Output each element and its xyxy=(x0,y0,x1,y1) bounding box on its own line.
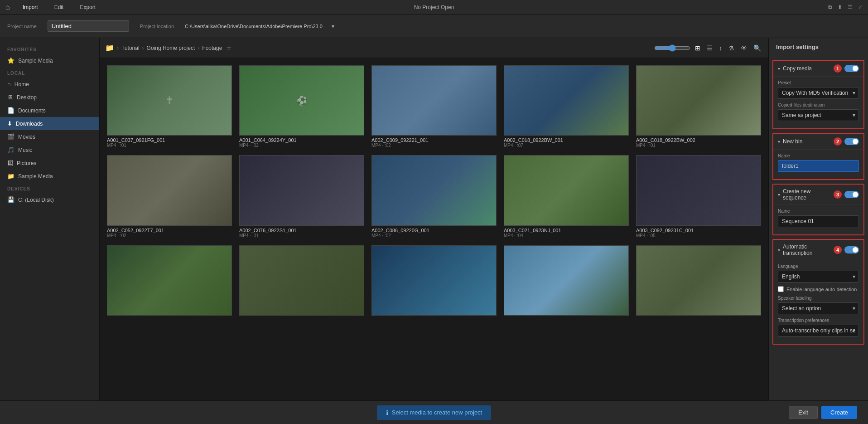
transcription-prefs-select[interactable]: Auto-transcribe only clips in sequenceAu… xyxy=(778,325,859,336)
media-label-3: A002_C009_092221_001 xyxy=(371,137,497,143)
sort-button[interactable]: ↕ xyxy=(717,43,724,54)
media-item-6[interactable]: A002_C052_0922T7_001 MP4 · :02 xyxy=(107,155,232,238)
sequence-name-input[interactable] xyxy=(778,215,859,227)
exit-button[interactable]: Exit xyxy=(789,406,818,419)
media-item-11[interactable] xyxy=(107,245,232,317)
create-sequence-number: 3 xyxy=(834,190,842,199)
destination-select[interactable]: Same as project xyxy=(778,109,859,121)
sidebar-item-sample-media-2[interactable]: 📁 Sample Media xyxy=(0,170,99,183)
media-meta-6: MP4 · :02 xyxy=(107,233,232,238)
breadcrumb-going-home[interactable]: Going Home project xyxy=(147,45,195,51)
media-thumb-13 xyxy=(371,245,497,316)
auto-transcription-toggle[interactable] xyxy=(844,246,859,253)
menu-edit[interactable]: Edit xyxy=(51,2,68,12)
media-meta-1: MP4 · :01 xyxy=(107,143,232,148)
search-button[interactable]: 🔍 xyxy=(752,43,763,54)
speaker-select[interactable]: Select an optionIdentify speakersDon't i… xyxy=(778,302,859,314)
bottom-buttons: Exit Create xyxy=(789,406,857,419)
new-bin-chevron: ▾ xyxy=(778,139,780,144)
media-label-10: A003_C092_09231C_001 xyxy=(636,228,761,233)
create-sequence-header[interactable]: ▾ Create new sequence 3 xyxy=(773,185,863,205)
bin-name-input[interactable] xyxy=(778,160,859,172)
media-item-13[interactable] xyxy=(371,245,497,317)
auto-transcription-number: 4 xyxy=(834,246,842,254)
sidebar-item-local-disk[interactable]: 💾 C: (Local Disk) xyxy=(0,193,99,206)
breadcrumb-tutorial[interactable]: Tutorial xyxy=(121,45,140,51)
menu-import[interactable]: Import xyxy=(19,2,42,12)
media-label-9: A003_C021_0923NJ_001 xyxy=(504,228,629,233)
sidebar-item-home[interactable]: ⌂ Home xyxy=(0,78,99,91)
auto-transcription-chevron: ▾ xyxy=(778,248,780,253)
auto-transcription-section: ▾ Automatic transcription 4 Language Eng… xyxy=(772,239,864,345)
sidebar-label-home: Home xyxy=(14,81,29,88)
media-item-15[interactable] xyxy=(636,245,761,317)
sidebar-item-sample-media[interactable]: ⭐ Sample Media xyxy=(0,54,99,67)
info-text: Select media to create new project xyxy=(392,409,482,416)
media-item-9[interactable]: A003_C021_0923NJ_001 MP4 · :04 xyxy=(504,155,629,238)
sidebar-item-downloads[interactable]: ⬇ Downloads xyxy=(0,117,99,130)
language-select[interactable]: EnglishSpanishFrenchGermanJapanese xyxy=(778,271,859,283)
copy-media-toggle[interactable] xyxy=(844,65,859,72)
menu-export[interactable]: Export xyxy=(76,2,99,12)
copy-media-chevron: ▾ xyxy=(778,66,780,71)
media-item-10[interactable]: A003_C092_09231C_001 MP4 · :05 xyxy=(636,155,761,238)
sidebar-item-documents[interactable]: 📄 Documents xyxy=(0,104,99,117)
sidebar-label-pictures: Pictures xyxy=(17,160,36,166)
folder-icon: 📁 xyxy=(7,173,14,180)
project-location-wrapper: ▾ xyxy=(185,23,334,29)
filter-button[interactable]: ⚗ xyxy=(727,43,736,54)
media-item-7[interactable]: A002_C076_0922S1_001 MP4 · :01 xyxy=(239,155,364,238)
sidebar-label-sample-media-2: Sample Media xyxy=(18,173,53,180)
project-location-input[interactable] xyxy=(185,24,330,29)
sidebar-item-music[interactable]: 🎵 Music xyxy=(0,143,99,156)
media-item-3[interactable]: A002_C009_092221_001 MP4 · :02 xyxy=(371,65,497,148)
auto-transcription-header[interactable]: ▾ Automatic transcription 4 xyxy=(773,240,863,260)
media-item-4[interactable]: A002_C018_0922BW_001 MP4 · :07 xyxy=(504,65,629,148)
sidebar-label-movies: Movies xyxy=(18,134,35,140)
sidebar-item-movies[interactable]: 🎬 Movies xyxy=(0,130,99,143)
media-item-1[interactable]: ✝ A001_C037_0921FG_001 MP4 · :01 xyxy=(107,65,232,148)
star-icon: ⭐ xyxy=(7,57,14,64)
media-label-5: A002_C018_0922BW_002 xyxy=(636,137,761,143)
restore-icon[interactable]: ⧉ xyxy=(828,4,832,10)
share-icon[interactable]: ⬆ xyxy=(838,4,842,10)
media-item-2[interactable]: ⚽ A001_C064_09224Y_001 MP4 · :02 xyxy=(239,65,364,148)
local-section-title: LOCAL xyxy=(0,67,99,78)
auto-detect-checkbox[interactable] xyxy=(778,286,784,292)
new-bin-header[interactable]: ▾ New bin 2 xyxy=(773,134,863,149)
location-dropdown-arrow[interactable]: ▾ xyxy=(332,23,334,29)
breadcrumb-footage[interactable]: Footage xyxy=(202,45,222,51)
create-sequence-toggle[interactable] xyxy=(844,191,859,198)
devices-section-title: DEVICES xyxy=(0,183,99,193)
list-view-button[interactable]: ☰ xyxy=(705,43,714,54)
copy-media-number: 1 xyxy=(834,64,842,73)
info-icon: ℹ xyxy=(386,409,388,416)
media-label-1: A001_C037_0921FG_001 xyxy=(107,137,232,143)
window-title: No Project Open xyxy=(414,4,454,10)
sidebar-label-sample-media: Sample Media xyxy=(18,58,53,64)
home-icon[interactable]: ⌂ xyxy=(5,3,10,11)
info-message: ℹ Select media to create new project xyxy=(377,405,491,420)
new-bin-toggle[interactable] xyxy=(844,138,859,145)
copy-media-body: Preset Copy With MD5 Verification Copied… xyxy=(773,76,863,128)
import-settings-title: Import settings xyxy=(769,38,868,56)
menu-icon[interactable]: ☰ xyxy=(848,4,853,10)
breadcrumb-root-icon[interactable]: 📁 xyxy=(105,44,114,52)
copy-media-header[interactable]: ▾ Copy media 1 xyxy=(773,61,863,76)
zoom-slider[interactable] xyxy=(654,44,690,52)
media-item-14[interactable] xyxy=(504,245,629,317)
favorite-star-icon[interactable]: ☆ xyxy=(227,45,231,51)
media-item-12[interactable] xyxy=(239,245,364,317)
sidebar-item-pictures[interactable]: 🖼 Pictures xyxy=(0,156,99,170)
preset-select[interactable]: Copy With MD5 Verification xyxy=(778,87,859,99)
import-settings-panel: Import settings ▾ Copy media 1 Preset xyxy=(768,38,868,400)
eye-button[interactable]: 👁 xyxy=(739,43,749,54)
favorites-section-title: FAVORITES xyxy=(0,44,99,54)
media-item-8[interactable]: A002_C086_09220G_001 MP4 · :02 xyxy=(371,155,497,238)
grid-view-button[interactable]: ⊞ xyxy=(693,43,702,54)
media-item-5[interactable]: A002_C018_0922BW_002 MP4 · :01 xyxy=(636,65,761,148)
sidebar-item-desktop[interactable]: 🖥 Desktop xyxy=(0,91,99,104)
create-button[interactable]: Create xyxy=(821,406,857,419)
project-name-input[interactable] xyxy=(48,20,129,32)
new-bin-section: ▾ New bin 2 Name xyxy=(772,133,864,180)
